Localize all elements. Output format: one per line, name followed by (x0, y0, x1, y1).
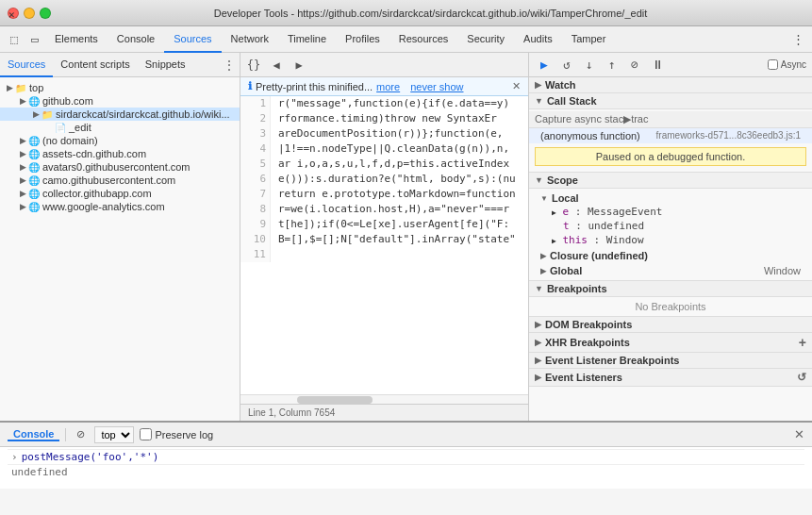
horizontal-scrollbar[interactable] (240, 394, 528, 404)
main-tab-security[interactable]: Security (457, 26, 514, 53)
line-num-4: 4 (244, 141, 266, 157)
event-listener-bp-header[interactable]: ▶ Event Listener Breakpoints (529, 353, 812, 368)
code-line-3: areDocumentPosition(r))};function(e, (278, 126, 521, 141)
sources-panel: SourcesContent scriptsSnippets⋮ ▶📁top▶🌐g… (0, 53, 240, 421)
async-label: Async (768, 59, 806, 70)
code-line-1: r("message",function(e){if(e.data==y) (278, 96, 521, 111)
console-close-button[interactable]: ✕ (794, 427, 804, 441)
scrollbar-thumb[interactable] (297, 396, 373, 404)
sources-tab-more-btn[interactable]: ⋮ (219, 58, 240, 73)
preserve-log-label[interactable]: Preserve log (140, 428, 213, 440)
next-icon[interactable]: ▶ (290, 56, 308, 75)
sources-subtab-sources[interactable]: Sources (0, 53, 53, 77)
watch-label: Watch (545, 79, 576, 91)
console-context-select[interactable]: top (94, 426, 134, 443)
close-button[interactable]: ✕ (8, 8, 19, 19)
func-file-0: frameworks-d571...8c36eedb3.js:1 (656, 130, 801, 141)
code-line-6: e())):s.duration?e("html, body",s):(nu (278, 172, 521, 187)
main-tab-timeline[interactable]: Timeline (278, 26, 336, 53)
inspect-icon[interactable]: ⬚ (4, 29, 25, 50)
console-filter-icon[interactable]: ⊘ (72, 426, 89, 443)
console-prompt: › (11, 451, 18, 463)
tree-item-3[interactable]: 📄_edit (0, 121, 240, 134)
tree-icon: 🌐 (28, 202, 40, 212)
call-stack-item-0[interactable]: (anonymous function) frameworks-d571...8… (529, 128, 812, 143)
format-icon[interactable]: {} (244, 56, 263, 75)
tree-item-4[interactable]: ▶🌐(no domain) (0, 134, 240, 147)
pp-never-link[interactable]: never show (410, 81, 463, 92)
line-num-7: 7 (244, 187, 266, 202)
scope-label: Scope (547, 174, 578, 186)
event-listeners-label: Event Listeners (545, 372, 622, 383)
maximize-button[interactable] (40, 8, 51, 19)
step-into-btn[interactable]: ↓ (580, 56, 599, 75)
event-bp-arrow: ▶ (535, 356, 541, 365)
tree-item-2[interactable]: ▶📁sirdarckcat/sirdarckcat.github.io/wiki… (0, 108, 240, 121)
scope-closure-header[interactable]: ▶ Closure (undefined) (529, 249, 812, 262)
console-tab[interactable]: Console (8, 428, 59, 441)
tree-item-7[interactable]: ▶🌐camo.githubusercontent.com (0, 174, 240, 187)
main-tab-elements[interactable]: Elements (45, 26, 108, 53)
xhr-bp-add-button[interactable]: + (799, 335, 806, 350)
func-name-0: (anonymous function) (540, 130, 640, 141)
call-stack-header[interactable]: ▼ Call Stack (529, 93, 812, 109)
dom-breakpoints-header[interactable]: ▶ DOM Breakpoints (529, 317, 812, 332)
async-checkbox[interactable] (768, 59, 778, 70)
pause-btn[interactable]: ⏸ (648, 56, 667, 75)
scope-global-header[interactable]: ▶ Global Window (529, 264, 812, 277)
pretty-print-banner: ℹ Pretty-print this minified... more nev… (240, 77, 528, 96)
sources-subtab-snippets[interactable]: Snippets (138, 53, 193, 77)
step-out-btn[interactable]: ↑ (603, 56, 621, 75)
tree-item-5[interactable]: ▶🌐assets-cdn.github.com (0, 147, 240, 160)
main-tab-network[interactable]: Network (222, 26, 278, 53)
event-listeners-header[interactable]: ▶ Event Listeners ↺ (529, 369, 812, 386)
tree-icon: 📁 (15, 83, 26, 93)
tree-item-9[interactable]: ▶🌐www.google-analytics.com (0, 200, 240, 213)
scope-section: ▼ Scope ▼ Local ▶ e : MessageEvent t (529, 173, 812, 281)
file-tree: ▶📁top▶🌐github.com▶📁sirdarckcat/sirdarckc… (0, 77, 240, 421)
settings-icon[interactable]: ⋮ (787, 29, 808, 50)
main-tab-tamper[interactable]: Tamper (562, 26, 616, 53)
main-tab-resources[interactable]: Resources (389, 26, 458, 53)
sources-subtab-content-scripts[interactable]: Content scripts (53, 53, 137, 77)
code-area[interactable]: 1234567891011 r("message",function(e){if… (240, 96, 528, 394)
xhr-breakpoints-header[interactable]: ▶ XHR Breakpoints + (529, 333, 812, 352)
tree-arrow: ▶ (17, 202, 28, 211)
main-tab-profiles[interactable]: Profiles (336, 26, 389, 53)
tree-label: avatars0.githubusercontent.com (42, 161, 191, 173)
device-mode-icon[interactable]: ▭ (25, 29, 45, 50)
tree-icon: 📁 (41, 109, 53, 120)
tree-item-8[interactable]: ▶🌐collector.githubapp.com (0, 187, 240, 200)
watch-section-header[interactable]: ▶ Watch (529, 77, 812, 93)
info-icon: ℹ (248, 80, 252, 92)
breakpoints-header[interactable]: ▼ Breakpoints (529, 281, 812, 297)
deactivate-btn[interactable]: ⊘ (625, 56, 644, 75)
tree-item-6[interactable]: ▶🌐avatars0.githubusercontent.com (0, 160, 240, 174)
pp-more-link[interactable]: more (376, 81, 400, 92)
pp-text: Pretty-print this minified... (256, 81, 373, 92)
main-tab-sources[interactable]: Sources (164, 26, 221, 53)
main-tab-audits[interactable]: Audits (514, 26, 562, 53)
preserve-log-checkbox[interactable] (140, 428, 152, 440)
main-tab-console[interactable]: Console (108, 26, 164, 53)
line-num-11: 11 (244, 247, 266, 262)
tree-label: sirdarckcat/sirdarckcat.github.io/wiki..… (56, 108, 230, 120)
tree-item-1[interactable]: ▶🌐github.com (0, 94, 240, 108)
scope-local-header[interactable]: ▼ Local (529, 191, 812, 205)
resume-btn[interactable]: ▶ (535, 56, 554, 75)
dom-bp-label: DOM Breakpoints (545, 319, 632, 330)
pp-close-button[interactable]: ✕ (512, 80, 521, 92)
minimize-button[interactable] (24, 8, 35, 19)
tree-label: collector.githubapp.com (42, 188, 152, 199)
xhr-bp-label: XHR Breakpoints (545, 337, 630, 348)
event-listeners-refresh-button[interactable]: ↺ (797, 371, 806, 384)
step-over-btn[interactable]: ↺ (557, 56, 576, 75)
breakpoints-arrow: ▼ (535, 284, 543, 293)
scope-t: t : undefined (529, 219, 812, 233)
console-panel: Console ⊘ top Preserve log ✕ › postMessa… (0, 421, 812, 489)
console-input-text[interactable]: postMessage('foo','*') (22, 451, 159, 463)
scope-header[interactable]: ▼ Scope (529, 173, 812, 189)
line-num-1: 1 (244, 96, 266, 111)
prev-icon[interactable]: ◀ (267, 56, 286, 75)
tree-item-0[interactable]: ▶📁top (0, 81, 240, 94)
